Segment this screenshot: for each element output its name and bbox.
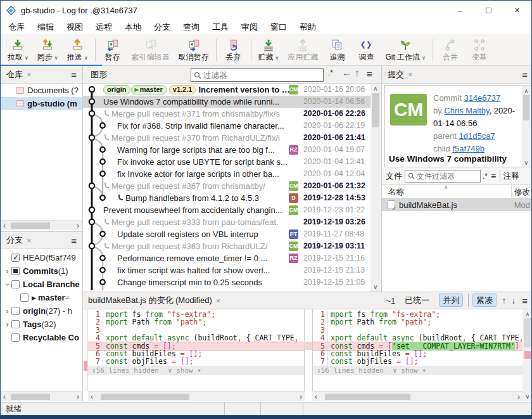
- expander-icon[interactable]: ›: [3, 307, 11, 316]
- commit-row[interactable]: Use Windows 7 compatibility mode while r…: [83, 96, 381, 108]
- menu-item[interactable]: 远程: [89, 20, 118, 34]
- merge-button[interactable]: 合并: [436, 36, 465, 64]
- compact-toggle[interactable]: 紧凑: [472, 295, 497, 306]
- minimize-button[interactable]: –: [446, 1, 474, 20]
- menu-icon[interactable]: ≡: [522, 69, 528, 80]
- branches-hscrollbar[interactable]: ‹ ›: [1, 391, 82, 401]
- expander-icon[interactable]: ›: [3, 320, 11, 329]
- menu-item[interactable]: 分支: [148, 20, 177, 34]
- pull-button[interactable]: 拉取∨: [3, 36, 33, 64]
- file-row[interactable]: buildMakeBat.js Mod: [382, 198, 532, 211]
- commit-list-vscrollbar[interactable]: ∧ ∨: [370, 84, 381, 292]
- scroll-left-icon[interactable]: ‹: [315, 392, 317, 401]
- previous-change-icon[interactable]: ↑: [502, 295, 506, 306]
- scroll-right-icon[interactable]: ›: [77, 392, 79, 401]
- commit-row[interactable]: Merge pull request #371 from chrismaltby…: [83, 108, 381, 120]
- diff-right-hscrollbar[interactable]: ‹ ›: [312, 391, 522, 401]
- discard-button[interactable]: 丢弃: [219, 36, 248, 64]
- tab-graph[interactable]: 图形: [91, 66, 107, 84]
- push-button[interactable]: 推送∨: [63, 36, 92, 64]
- commit-row[interactable]: fix timer script was halted for show ove…: [83, 264, 381, 276]
- close-icon[interactable]: ×: [408, 70, 413, 79]
- menu-item[interactable]: 帮助: [293, 20, 322, 34]
- menu-item[interactable]: 本地: [118, 20, 148, 34]
- menu-item[interactable]: 工具: [206, 20, 235, 34]
- close-icon[interactable]: ×: [216, 296, 221, 306]
- scroll-right-icon[interactable]: ›: [300, 392, 302, 401]
- checkbox[interactable]: [20, 293, 28, 302]
- column-divider[interactable]: [511, 185, 512, 198]
- branch-item[interactable]: ›Local Branche: [1, 278, 82, 291]
- stage-button[interactable]: 暂存: [98, 36, 127, 64]
- filter-input[interactable]: [203, 71, 323, 80]
- commit-row[interactable]: Merge pull request #367 from chrismaltby…: [83, 180, 381, 192]
- commit-row[interactable]: Prevent mousewheel from accidentally cha…: [83, 204, 381, 216]
- next-change-icon[interactable]: ↓: [511, 295, 516, 306]
- menu-item[interactable]: 窗口: [264, 20, 293, 34]
- commit-row[interactable]: Update scroll registers on VBL interrupP…: [83, 228, 381, 240]
- maximize-button[interactable]: □: [474, 1, 503, 20]
- commit-row[interactable]: Fix for #368. Strip invalid filename cha…: [83, 120, 381, 132]
- column-name[interactable]: 名称: [388, 187, 404, 198]
- branch-item[interactable]: ›origin (27) - h: [1, 304, 82, 318]
- ref-badge[interactable]: origin: [103, 85, 130, 94]
- expand-icon[interactable]: ⇕: [92, 366, 96, 375]
- menu-item[interactable]: 审阅: [235, 20, 264, 34]
- scroll-right-icon[interactable]: ›: [517, 392, 520, 401]
- scroll-down-icon[interactable]: ∨: [522, 393, 532, 400]
- blame-button[interactable]: 追溯: [322, 36, 352, 64]
- unified-toggle[interactable]: 已统一: [402, 295, 433, 306]
- gitflow-button[interactable]: Git 工作流∨: [381, 36, 430, 64]
- scroll-left-icon[interactable]: ‹: [3, 221, 6, 230]
- apply-stash-button[interactable]: 应用贮藏: [283, 36, 322, 64]
- back-arrow-icon[interactable]: ←: [340, 67, 353, 78]
- scroll-up-icon[interactable]: ∧: [522, 311, 532, 318]
- commit-row[interactable]: origin▶masterv1.2.1Increment version to …: [83, 84, 381, 96]
- repositories-hscrollbar[interactable]: ‹ ›: [1, 220, 82, 230]
- expander-icon[interactable]: ›: [3, 267, 11, 276]
- menu-item[interactable]: 视图: [60, 20, 89, 34]
- menu-icon[interactable]: ≡: [522, 295, 528, 306]
- side-by-side-toggle[interactable]: 并列: [439, 295, 463, 306]
- expand-icon[interactable]: ⇕: [317, 366, 321, 375]
- show-hidden-link[interactable]: ∨ show ▾: [393, 366, 426, 375]
- menu-item[interactable]: 编辑: [31, 20, 60, 34]
- regex-toggle[interactable]: .*: [481, 172, 490, 181]
- rebase-button[interactable]: 变基: [465, 36, 494, 64]
- repo-item[interactable]: gb-studio (m: [1, 97, 82, 110]
- scroll-down-icon[interactable]: ∨: [370, 283, 381, 290]
- branch-item[interactable]: ›Tags (32): [1, 318, 82, 331]
- repo-item[interactable]: Documents (?: [1, 84, 82, 97]
- sync-button[interactable]: 同步∨: [33, 36, 63, 64]
- stash-button[interactable]: 贮藏∨: [254, 36, 284, 64]
- menu-item[interactable]: 仓库: [2, 20, 31, 34]
- scroll-down-icon[interactable]: ∨: [522, 159, 531, 166]
- tab-comments[interactable]: 注释: [503, 171, 519, 182]
- change-marker[interactable]: [524, 351, 531, 359]
- expander-icon[interactable]: ›: [3, 280, 12, 288]
- commit-row[interactable]: Bump handlebars from 4.1.2 to 4.5.3D2019…: [83, 192, 381, 204]
- investigate-button[interactable]: 调查: [352, 36, 381, 64]
- menu-icon[interactable]: ≡: [71, 69, 77, 80]
- menu-icon[interactable]: ≡: [490, 171, 497, 181]
- ref-badge[interactable]: ▶master: [131, 85, 167, 94]
- checkbox[interactable]: [11, 254, 20, 262]
- commit-row[interactable]: fix Invoke actor for large scripts in ot…: [83, 168, 381, 180]
- child-commit-link[interactable]: f5af749b: [452, 144, 484, 153]
- details-vscrollbar[interactable]: ∧ ∨: [522, 86, 531, 167]
- commit-id-link[interactable]: 314e6737: [464, 93, 500, 103]
- author-link[interactable]: Chris Maltby: [444, 106, 489, 115]
- checkbox[interactable]: [11, 280, 20, 288]
- index-editor-button[interactable]: 索引编辑器: [127, 36, 174, 64]
- diff-left-hscrollbar[interactable]: ‹ ›: [88, 391, 305, 401]
- commit-row[interactable]: Warning for large scripts that are too b…: [83, 144, 381, 156]
- ref-badge[interactable]: v1.2.1: [169, 85, 196, 94]
- commit-row[interactable]: Merge pull request #363 from RichardULZ/…: [83, 240, 381, 252]
- regex-toggle[interactable]: .*: [326, 68, 335, 77]
- branch-item[interactable]: ▶master =: [1, 291, 82, 304]
- branch-item[interactable]: Recyclable Co: [1, 331, 82, 344]
- close-button[interactable]: ×: [503, 1, 531, 20]
- branch-item[interactable]: ›Commits (1): [1, 264, 82, 278]
- unstage-button[interactable]: 取消暂存: [174, 36, 213, 64]
- up-arrow-icon[interactable]: ↑: [353, 67, 362, 78]
